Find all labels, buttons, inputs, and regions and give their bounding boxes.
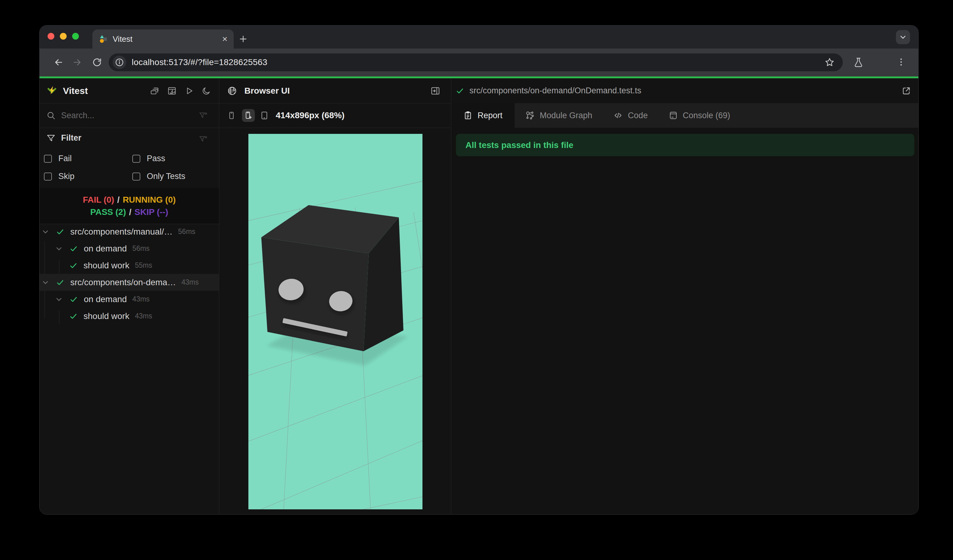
filter-title: Filter — [61, 133, 81, 143]
test-duration: 56ms — [132, 244, 149, 253]
browser-tab-vitest[interactable]: Vitest × — [92, 29, 234, 48]
reload-icon[interactable] — [92, 57, 102, 68]
app-title: Vitest — [63, 86, 88, 96]
url-text: localhost:5173/#/?file=1828625563 — [132, 57, 267, 67]
tree-row-test[interactable]: should work 43ms — [40, 308, 219, 324]
test-duration: 43ms — [182, 278, 199, 287]
back-icon[interactable] — [53, 57, 64, 68]
chevron-down-icon[interactable] — [54, 244, 64, 253]
test-duration: 56ms — [178, 228, 195, 236]
browser-preview-panel: Browser UI 414x896px (68%) — [219, 78, 451, 515]
checkbox[interactable] — [132, 172, 140, 180]
pass-count: PASS (2) — [90, 207, 126, 217]
tree-row-file-selected[interactable]: src/components/on-dema… 43ms — [40, 274, 219, 291]
console-icon — [669, 111, 678, 120]
search-placeholder: Search... — [61, 111, 94, 120]
report-panel: src/components/on-demand/OnDemand.test.t… — [451, 78, 919, 515]
report-clipboard-icon — [463, 111, 472, 120]
open-external-icon[interactable] — [902, 86, 911, 96]
tab-console[interactable]: Console (69) — [658, 103, 741, 128]
test-render-viewport[interactable] — [248, 134, 422, 509]
tab-code[interactable]: Code — [603, 103, 658, 128]
test-file-name: src/components/manual/… — [70, 227, 172, 237]
checkbox[interactable] — [132, 155, 140, 163]
vitest-logo-icon — [47, 85, 57, 96]
filter-checkbox-skip[interactable]: Skip — [44, 172, 75, 181]
check-icon — [56, 278, 65, 287]
test-duration: 43ms — [135, 312, 152, 320]
running-count: RUNNING (0) — [123, 195, 176, 205]
collapse-panel-icon[interactable] — [430, 86, 440, 96]
windows-stack-icon[interactable] — [150, 86, 159, 96]
forward-icon[interactable] — [72, 57, 82, 68]
check-icon — [69, 244, 78, 253]
filter-checkbox-fail[interactable]: Fail — [44, 154, 72, 163]
status-line-2: PASS (2)/SKIP (--) — [90, 207, 168, 217]
chevron-down-icon[interactable] — [41, 278, 50, 287]
file-path: src/components/on-demand/OnDemand.test.t… — [469, 86, 641, 96]
tree-row-file[interactable]: src/components/manual/… 56ms — [40, 223, 219, 240]
globe-icon — [227, 86, 237, 96]
dashboard-report-icon[interactable] — [167, 86, 177, 96]
search-input[interactable]: Search... — [40, 103, 219, 128]
run-all-play-icon[interactable] — [185, 86, 194, 96]
phone-small-icon[interactable] — [227, 111, 236, 120]
report-tabbar: Report Module Graph Code — [451, 103, 919, 128]
clear-filter-icon[interactable] — [199, 111, 208, 120]
tab-module-graph[interactable]: Module Graph — [515, 103, 603, 128]
tree-row-suite[interactable]: on demand 43ms — [40, 291, 219, 308]
suite-name: on demand — [84, 244, 127, 254]
bookmark-star-icon[interactable] — [824, 57, 835, 68]
search-icon — [47, 111, 56, 120]
preview-title: Browser UI — [244, 86, 290, 96]
tab-report[interactable]: Report — [451, 103, 515, 128]
vitest-app: Vitest — [40, 76, 918, 515]
site-info-icon[interactable] — [113, 56, 126, 69]
checkbox[interactable] — [44, 172, 52, 180]
clear-filter-icon[interactable] — [199, 135, 208, 144]
test-duration: 43ms — [132, 295, 149, 303]
test-name: should work — [84, 311, 129, 321]
viewport-size-label: 414x896px (68%) — [276, 110, 345, 120]
report-content: All tests passed in this file — [451, 128, 919, 515]
tablet-icon[interactable] — [260, 111, 269, 120]
check-icon — [69, 261, 78, 270]
module-graph-icon — [525, 110, 535, 120]
test-name: should work — [84, 261, 129, 270]
phone-plus-icon[interactable] — [242, 109, 255, 122]
browser-window: Vitest × localhost:5173/#/?file=18286255… — [39, 25, 919, 515]
filter-checkbox-only-tests[interactable]: Only Tests — [132, 172, 185, 181]
all-tests-passed-banner: All tests passed in this file — [456, 134, 914, 156]
tab-search-button[interactable] — [896, 30, 910, 44]
robot-cube — [261, 205, 408, 366]
banner-text: All tests passed in this file — [466, 140, 574, 150]
tree-row-suite[interactable]: on demand 56ms — [40, 240, 219, 257]
filter-panel: Filter Fail Pass Skip Only Tests — [40, 128, 219, 188]
check-icon — [56, 227, 65, 236]
menu-dots-icon[interactable] — [896, 57, 906, 67]
traffic-minimize-button[interactable] — [60, 33, 67, 40]
check-icon — [455, 86, 464, 96]
new-tab-button[interactable] — [236, 32, 250, 46]
fail-count: FAIL (0) — [83, 195, 114, 205]
check-icon — [69, 295, 78, 304]
dark-mode-moon-icon[interactable] — [202, 86, 211, 96]
device-toolbar: 414x896px (68%) — [219, 103, 451, 128]
file-path-row: src/components/on-demand/OnDemand.test.t… — [451, 78, 919, 103]
chevron-down-icon[interactable] — [41, 227, 50, 236]
checkbox[interactable] — [44, 155, 52, 163]
vitest-favicon-icon — [99, 34, 108, 43]
traffic-close-button[interactable] — [48, 33, 54, 40]
chevron-down-icon[interactable] — [54, 295, 64, 304]
filter-checkbox-pass[interactable]: Pass — [132, 154, 165, 163]
test-status-summary: FAIL (0)/RUNNING (0) PASS (2)/SKIP (--) — [40, 188, 219, 224]
tab-title: Vitest — [113, 34, 217, 44]
sidebar: Vitest — [40, 78, 219, 515]
url-bar[interactable]: localhost:5173/#/?file=1828625563 — [109, 53, 843, 71]
suite-name: on demand — [84, 295, 127, 304]
test-file-name: src/components/on-dema… — [70, 278, 176, 287]
labs-flask-icon[interactable] — [853, 57, 864, 68]
tab-close-icon[interactable]: × — [222, 34, 228, 44]
traffic-zoom-button[interactable] — [72, 33, 79, 40]
tree-row-test[interactable]: should work 55ms — [40, 257, 219, 274]
